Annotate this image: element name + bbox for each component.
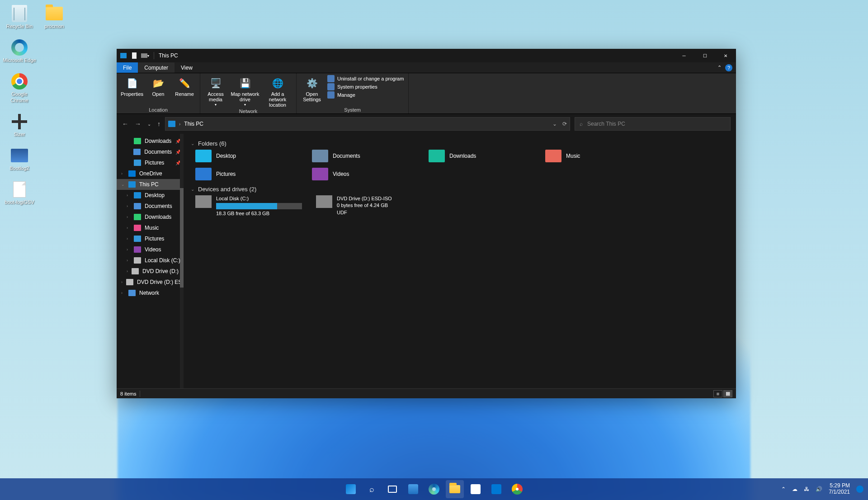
ribbon-label: Map network drive — [230, 91, 260, 102]
breadcrumb[interactable]: This PC — [184, 121, 203, 127]
properties-button[interactable]: 📄Properties — [119, 75, 145, 98]
sidebar-item[interactable]: Pictures📌 — [117, 157, 184, 168]
start-button[interactable] — [342, 480, 360, 498]
rename-button[interactable]: ✏️Rename — [172, 75, 197, 98]
sidebar-item[interactable]: ›Pictures — [117, 233, 184, 244]
map-drive-button[interactable]: 💾Map network drive▾ — [229, 75, 261, 108]
pc-icon[interactable] — [119, 52, 127, 60]
onedrive-tray-icon[interactable]: ☁ — [792, 486, 797, 492]
uninstall-button[interactable]: Uninstall or change a program — [327, 75, 404, 82]
desktop-icon-sizer[interactable]: Sizer — [2, 113, 37, 137]
large-icons-view-button[interactable]: ▦ — [723, 390, 732, 397]
windows-icon — [346, 484, 356, 494]
drive-item[interactable]: DVD Drive (D:) ESD-ISO0 bytes free of 4.… — [316, 195, 431, 217]
refresh-button[interactable]: ⟳ — [562, 121, 567, 127]
store-taskbar[interactable] — [467, 480, 485, 498]
navigation-pane[interactable]: Downloads📌Documents📌Pictures📌›OneDrive⌄T… — [117, 134, 184, 388]
settings-icon: ⚙️ — [305, 76, 319, 90]
folder-icon — [312, 168, 328, 180]
folder-label: Videos — [333, 171, 349, 177]
folder-item[interactable]: Documents — [312, 150, 425, 162]
sidebar-item[interactable]: Documents📌 — [117, 146, 184, 157]
sidebar-item-label: Videos — [145, 246, 161, 253]
tab-file[interactable]: File — [117, 62, 138, 73]
collapse-ribbon-icon[interactable]: ⌃ — [717, 65, 722, 71]
system-properties-button[interactable]: System properties — [327, 83, 404, 90]
chevron-icon: › — [127, 269, 128, 274]
desktop-icon-bootlog-csv[interactable]: boot-logiGSV — [2, 180, 37, 205]
sidebar-item[interactable]: ›DVD Drive (D:) E — [117, 266, 184, 277]
taskbar[interactable]: ⌕ ⌃ ☁ 🖧 🔊 5:29 PM 7/1/2021 — [0, 478, 868, 500]
manage-button[interactable]: Manage — [327, 91, 404, 99]
folder-dropdown-icon[interactable]: ▾ — [141, 52, 149, 60]
tab-computer[interactable]: Computer — [138, 62, 175, 73]
help-icon[interactable]: ? — [725, 64, 732, 71]
scrollbar-track[interactable] — [180, 134, 184, 388]
open-button[interactable]: 📂Open — [146, 75, 171, 98]
sidebar-item[interactable]: ›Videos — [117, 244, 184, 255]
item-count: 8 items — [120, 391, 136, 396]
chevron-right-icon[interactable]: › — [179, 122, 180, 127]
details-view-button[interactable]: ≡ — [713, 390, 722, 397]
search-input[interactable]: ⌕ Search This PC — [575, 117, 731, 131]
chrome-taskbar[interactable] — [508, 480, 526, 498]
sidebar-item[interactable]: ›Downloads — [117, 212, 184, 222]
back-button[interactable]: ← — [122, 120, 128, 127]
document-icon[interactable] — [130, 52, 138, 60]
up-button[interactable]: ↑ — [157, 120, 160, 127]
recent-dropdown[interactable]: ⌄ — [147, 122, 151, 127]
add-location-button[interactable]: 🌐Add a network location — [262, 75, 293, 108]
sidebar-item[interactable]: Downloads📌 — [117, 136, 184, 146]
content-pane[interactable]: ⌄ Folders (6) DesktopDocumentsDownloadsM… — [184, 134, 736, 388]
address-bar[interactable]: › This PC ⌄ ⟳ — [165, 117, 570, 131]
desktop-icon-chrome[interactable]: Google Chrome — [2, 72, 37, 103]
scrollbar-thumb[interactable] — [180, 188, 184, 288]
sidebar-item[interactable]: ›DVD Drive (D:) ES — [117, 277, 184, 288]
taskbar-center: ⌕ — [342, 480, 526, 498]
folder-item[interactable]: Videos — [312, 168, 425, 180]
tab-view[interactable]: View — [175, 62, 199, 73]
open-settings-button[interactable]: ⚙️Open Settings — [299, 75, 325, 103]
sidebar-item[interactable]: ›Network — [117, 288, 184, 298]
media-icon: 🖥️ — [208, 76, 223, 90]
widgets-button[interactable] — [404, 480, 422, 498]
mail-taskbar[interactable] — [487, 480, 505, 498]
close-button[interactable]: ✕ — [715, 49, 736, 62]
folder-item[interactable]: Desktop — [195, 150, 308, 162]
desktop-icon-procmon[interactable]: procmon — [37, 5, 71, 29]
folder-item[interactable]: Downloads — [429, 150, 542, 162]
drive-item[interactable]: Local Disk (C:)18.3 GB free of 63.3 GB — [195, 195, 311, 217]
volume-tray-icon[interactable]: 🔊 — [816, 486, 822, 492]
sidebar-item[interactable]: ›Local Disk (C:) — [117, 255, 184, 266]
drives-group-header[interactable]: ⌄ Devices and drives (2) — [191, 186, 729, 193]
desktop-icon-recycle-bin[interactable]: Recycle Bin — [2, 5, 37, 29]
notification-icon[interactable] — [856, 486, 863, 493]
folder-item[interactable]: Music — [545, 150, 658, 162]
maximize-button[interactable]: ☐ — [694, 49, 715, 62]
search-button[interactable]: ⌕ — [363, 480, 381, 498]
sidebar-item[interactable]: ›Desktop — [117, 190, 184, 201]
desktop-icon-bootlog2[interactable]: Bootlog2 — [2, 146, 37, 171]
titlebar[interactable]: ▾ This PC ─ ☐ ✕ — [117, 49, 736, 62]
clock[interactable]: 5:29 PM 7/1/2021 — [829, 483, 850, 495]
sidebar-item[interactable]: ›Music — [117, 222, 184, 233]
storage-bar — [216, 203, 302, 209]
folders-group-header[interactable]: ⌄ Folders (6) — [191, 140, 729, 147]
forward-button[interactable]: → — [135, 120, 141, 127]
tray-overflow[interactable]: ⌃ — [781, 486, 786, 492]
desktop-icon-label: Bootlog2 — [9, 165, 29, 171]
minimize-button[interactable]: ─ — [674, 49, 694, 62]
chevron-icon: › — [121, 280, 123, 284]
sidebar-item[interactable]: ›OneDrive — [117, 168, 184, 179]
access-media-button[interactable]: 🖥️Access media▾ — [203, 75, 228, 108]
network-tray-icon[interactable]: 🖧 — [804, 486, 809, 492]
task-view-button[interactable] — [383, 480, 401, 498]
edge-taskbar[interactable] — [425, 480, 443, 498]
sidebar-item[interactable]: ›Documents — [117, 201, 184, 212]
sidebar-item-label: This PC — [139, 181, 159, 188]
folder-item[interactable]: Pictures — [195, 168, 308, 180]
desktop-icon-edge[interactable]: Microsoft Edge — [2, 38, 37, 63]
sidebar-item[interactable]: ⌄This PC — [117, 179, 184, 190]
explorer-taskbar[interactable] — [446, 480, 464, 498]
address-dropdown[interactable]: ⌄ — [552, 121, 557, 127]
